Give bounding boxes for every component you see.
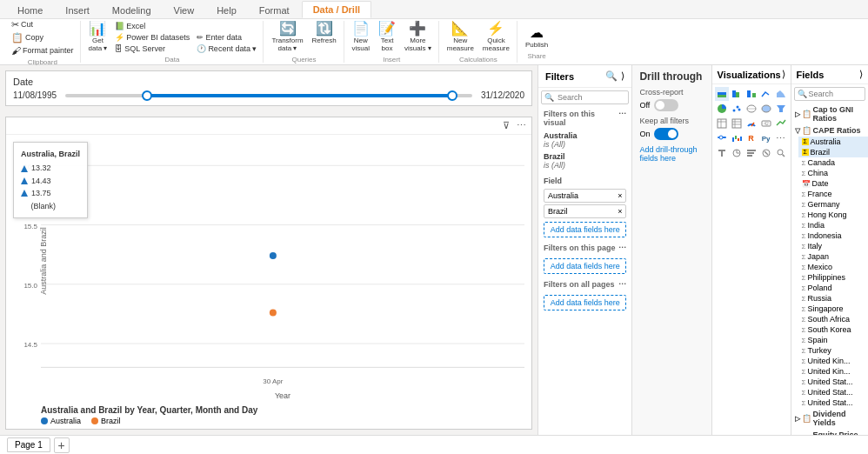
viz-gauge-icon[interactable] xyxy=(744,117,758,130)
sql-server-button[interactable]: 🗄 SQL Server xyxy=(112,43,192,54)
viz-card-icon[interactable]: 42 xyxy=(759,117,773,130)
field-us1[interactable]: Σ United Stat... xyxy=(798,377,868,387)
field-select-brazil-close[interactable]: × xyxy=(618,207,622,216)
field-date[interactable]: 📅 Date xyxy=(798,178,868,189)
viz-area-icon[interactable] xyxy=(774,87,788,101)
text-box-button[interactable]: 📝 Textbox xyxy=(375,20,399,54)
viz-matrix-icon[interactable] xyxy=(730,117,744,130)
tree-group-cap-header[interactable]: ▷ 📋 Cap to GNI Ratios xyxy=(791,103,868,124)
field-germany[interactable]: Σ Germany xyxy=(798,199,868,210)
tab-modeling[interactable]: Modeling xyxy=(102,3,162,18)
field-select-australia[interactable]: Australia × xyxy=(544,189,626,203)
viz-kpi-icon[interactable] xyxy=(774,117,788,130)
viz-expand-icon[interactable]: ⟩ xyxy=(782,69,785,80)
page-tab-1[interactable]: Page 1 xyxy=(7,437,50,452)
cut-button[interactable]: ✂ Cut xyxy=(9,18,77,31)
viz-stacked-bar-icon[interactable] xyxy=(715,87,729,101)
viz-python-icon[interactable]: Py xyxy=(759,131,773,145)
format-painter-button[interactable]: 🖌 Format painter xyxy=(9,44,77,57)
viz-filled-map-icon[interactable] xyxy=(759,102,773,116)
field-indonesia[interactable]: Σ Indonesia xyxy=(798,230,868,241)
recent-data-button[interactable]: 🕐 Recent data ▾ xyxy=(194,43,259,54)
filters-search-input[interactable] xyxy=(541,90,629,104)
viz-waterfall-icon[interactable] xyxy=(730,131,744,145)
viz-stacked-bar2-icon[interactable] xyxy=(730,87,744,101)
tab-format[interactable]: Format xyxy=(249,3,300,18)
more-options-icon[interactable]: ⋯ xyxy=(517,120,526,131)
tab-insert[interactable]: Insert xyxy=(55,3,100,18)
field-japan[interactable]: Σ Japan xyxy=(798,251,868,262)
transform-data-button[interactable]: 🔄 Transformdata ▾ xyxy=(268,20,306,54)
viz-line-icon[interactable] xyxy=(759,87,773,101)
viz-fields-icon[interactable] xyxy=(744,146,758,160)
field-australia[interactable]: Σ Australia xyxy=(798,137,868,147)
add-page-button[interactable]: + xyxy=(54,437,70,453)
viz-funnel-icon[interactable] xyxy=(774,102,788,116)
field-us3[interactable]: Σ United Stat... xyxy=(798,397,868,408)
drill-on-toggle[interactable] xyxy=(654,128,678,140)
field-poland[interactable]: Σ Poland xyxy=(798,283,868,293)
filter-icon[interactable]: ⊽ xyxy=(503,120,510,131)
viz-more-icon[interactable]: ⋯ xyxy=(774,131,788,145)
field-brazil[interactable]: Σ Brazil xyxy=(798,147,868,157)
copy-button[interactable]: 📋 Copy xyxy=(9,31,77,44)
field-southkorea[interactable]: Σ South Korea xyxy=(798,324,868,335)
field-select-brazil[interactable]: Brazil × xyxy=(544,204,626,218)
tab-home[interactable]: Home xyxy=(7,3,53,18)
field-philippines[interactable]: Σ Philippines xyxy=(798,272,868,283)
add-data-fields-page-btn[interactable]: Add data fields here xyxy=(544,258,626,274)
slicer-thumb-left[interactable] xyxy=(142,90,152,101)
tree-group-equity-header[interactable]: ▷ 📋 Equity Price Indices xyxy=(791,429,868,435)
enter-data-button[interactable]: ✏ Enter data xyxy=(194,32,259,43)
field-select-australia-close[interactable]: × xyxy=(618,191,622,200)
power-bi-datasets-button[interactable]: ⚡ Power BI datasets xyxy=(112,32,192,43)
field-singapore[interactable]: Σ Singapore xyxy=(798,304,868,314)
tab-view[interactable]: View xyxy=(164,3,205,18)
field-canada[interactable]: Σ Canada xyxy=(798,157,868,168)
field-spain[interactable]: Σ Spain xyxy=(798,335,868,345)
tab-data-drill[interactable]: Data / Drill xyxy=(302,1,371,18)
field-turkey[interactable]: Σ Turkey xyxy=(798,345,868,356)
viz-map-icon[interactable] xyxy=(744,102,758,116)
field-france[interactable]: Σ France xyxy=(798,189,868,199)
viz-table-icon[interactable] xyxy=(715,117,729,130)
field-mexico[interactable]: Σ Mexico xyxy=(798,262,868,272)
more-visuals-button[interactable]: ➕ Morevisuals ▾ xyxy=(401,20,435,54)
viz-search-icon[interactable] xyxy=(774,146,788,160)
filters-search-icon[interactable]: 🔍 xyxy=(605,70,618,82)
get-data-button[interactable]: 📊 Getdata ▾ xyxy=(85,20,111,54)
field-us2[interactable]: Σ United Stat... xyxy=(798,387,868,397)
viz-analytics-icon[interactable] xyxy=(730,146,744,160)
add-drill-through-btn[interactable]: Add drill-through fields here xyxy=(639,145,704,163)
viz-clustered-bar-icon[interactable] xyxy=(744,87,758,101)
data-point-australia[interactable] xyxy=(270,252,277,259)
add-data-fields-all-btn[interactable]: Add data fields here xyxy=(544,295,626,310)
viz-pie-icon[interactable] xyxy=(715,102,729,116)
field-india[interactable]: Σ India xyxy=(798,220,868,230)
viz-scatter-icon[interactable] xyxy=(730,102,744,116)
tab-help[interactable]: Help xyxy=(206,3,247,18)
tree-group-cape-header[interactable]: ▽ 📋 CAPE Ratios xyxy=(791,124,868,137)
refresh-button[interactable]: 🔃 Refresh xyxy=(309,20,340,54)
data-point-brazil[interactable] xyxy=(270,310,277,317)
field-uk1[interactable]: Σ United Kin... xyxy=(798,356,868,366)
slicer-thumb-right[interactable] xyxy=(447,90,457,101)
excel-button[interactable]: 📗 Excel xyxy=(112,21,192,31)
new-visual-button[interactable]: 📄 Newvisual xyxy=(349,20,373,54)
tree-group-dividend-header[interactable]: ▷ 📋 Dividend Yields xyxy=(791,408,868,429)
field-uk2[interactable]: Σ United Kin... xyxy=(798,366,868,377)
field-russia[interactable]: Σ Russia xyxy=(798,293,868,304)
field-hongkong[interactable]: Σ Hong Kong xyxy=(798,210,868,220)
filter-on-page-more[interactable]: ⋯ xyxy=(618,244,626,252)
quick-measure-button[interactable]: ⚡ Quickmeasure xyxy=(479,20,513,54)
field-southafrica[interactable]: Σ South Africa xyxy=(798,314,868,324)
field-italy[interactable]: Σ Italy xyxy=(798,241,868,251)
viz-slicer-icon[interactable] xyxy=(715,131,729,145)
viz-r-icon[interactable]: R xyxy=(744,131,758,145)
publish-button[interactable]: ☁ Publish xyxy=(522,24,551,50)
fields-expand-icon[interactable]: ⟩ xyxy=(859,69,863,80)
filter-on-all-more[interactable]: ⋯ xyxy=(618,280,626,289)
filters-expand-icon[interactable]: ⟩ xyxy=(621,70,624,82)
add-data-fields-visual-btn[interactable]: Add data fields here xyxy=(544,222,626,237)
field-china[interactable]: Σ China xyxy=(798,168,868,178)
